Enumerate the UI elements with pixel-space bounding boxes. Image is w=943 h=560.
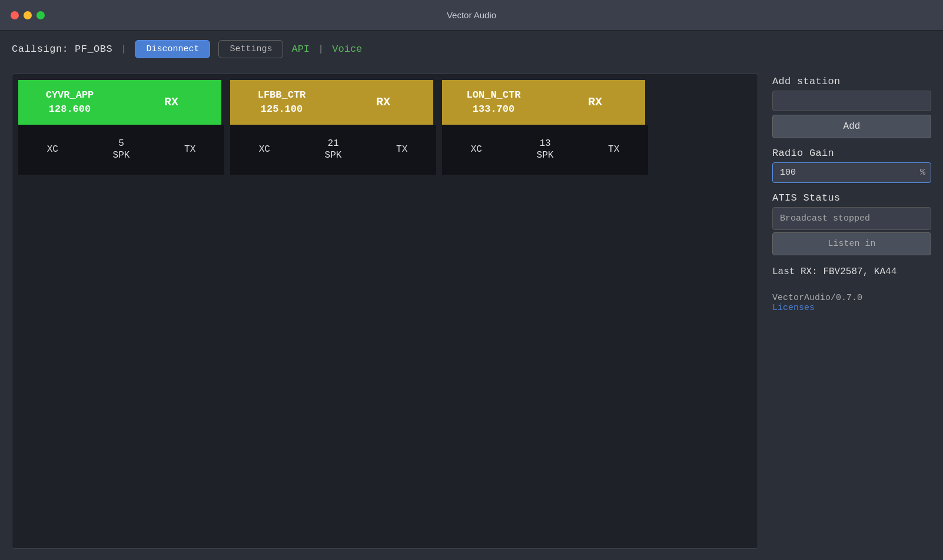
station-rx-lfbb[interactable]: RX bbox=[333, 80, 433, 125]
atis-status-label: ATIS Status bbox=[772, 192, 931, 204]
listen-in-button[interactable]: Listen in bbox=[772, 232, 931, 255]
station-bottom-lfbb: XC 21 SPK TX bbox=[230, 125, 436, 175]
add-station-section: Add station Add bbox=[772, 76, 931, 138]
station-freq-cyvr: 128.600 bbox=[49, 102, 91, 116]
station-spk-lon[interactable]: 13 SPK bbox=[511, 131, 580, 169]
add-station-label: Add station bbox=[772, 76, 931, 87]
maximize-button[interactable] bbox=[36, 11, 45, 19]
add-button[interactable]: Add bbox=[772, 115, 931, 138]
topbar: Callsign: PF_OBS | Disconnect Settings A… bbox=[0, 31, 943, 68]
station-name-lfbb[interactable]: LFBB_CTR 125.100 bbox=[230, 80, 333, 125]
station-freq-lon: 133.700 bbox=[473, 102, 514, 116]
station-name-text-lon: LON_N_CTR bbox=[467, 88, 521, 102]
radio-gain-wrapper: % bbox=[772, 162, 931, 183]
right-panel: Add station Add Radio Gain % ATIS Status… bbox=[772, 74, 931, 549]
atis-status-value: Broadcast stopped bbox=[772, 207, 931, 230]
atis-status-section: ATIS Status Broadcast stopped Listen in bbox=[772, 192, 931, 255]
disconnect-button[interactable]: Disconnect bbox=[135, 40, 210, 58]
station-rx-lon[interactable]: RX bbox=[545, 80, 645, 125]
radio-gain-label: Radio Gain bbox=[772, 148, 931, 159]
station-spk-cyvr[interactable]: 5 SPK bbox=[87, 131, 156, 169]
station-xc-lon[interactable]: XC bbox=[442, 131, 511, 169]
version-label: VectorAudio/0.7.0 bbox=[772, 293, 931, 303]
station-xc-lfbb[interactable]: XC bbox=[230, 131, 299, 169]
station-name-text-lfbb: LFBB_CTR bbox=[258, 88, 306, 102]
station-bottom-cyvr: XC 5 SPK TX bbox=[18, 125, 224, 175]
station-bottom-lon: XC 13 SPK TX bbox=[442, 125, 648, 175]
separator-2: | bbox=[318, 44, 324, 55]
station-group-cyvr: CYVR_APP 128.600 RX XC 5 SPK TX bbox=[18, 80, 224, 175]
add-station-input[interactable] bbox=[772, 91, 931, 111]
last-rx-text: Last RX: FBV2587, KA44 bbox=[772, 265, 931, 279]
voice-link[interactable]: Voice bbox=[332, 44, 362, 55]
station-name-text-cyvr: CYVR_APP bbox=[46, 88, 94, 102]
licenses-link[interactable]: Licenses bbox=[772, 303, 931, 313]
radio-gain-section: Radio Gain % bbox=[772, 148, 931, 183]
station-group-lfbb: LFBB_CTR 125.100 RX XC 21 SPK TX bbox=[230, 80, 436, 175]
window-controls bbox=[11, 11, 45, 19]
station-tx-lon[interactable]: TX bbox=[579, 131, 648, 169]
station-name-lon[interactable]: LON_N_CTR 133.700 bbox=[442, 80, 545, 125]
version-section: VectorAudio/0.7.0 Licenses bbox=[772, 288, 931, 313]
station-tx-lfbb[interactable]: TX bbox=[367, 131, 436, 169]
settings-button[interactable]: Settings bbox=[218, 40, 283, 58]
main-layout: CYVR_APP 128.600 RX XC 5 SPK TX bbox=[0, 68, 943, 555]
station-rx-cyvr[interactable]: RX bbox=[121, 80, 221, 125]
station-top-lon: LON_N_CTR 133.700 RX bbox=[442, 80, 648, 125]
last-rx-section: Last RX: FBV2587, KA44 bbox=[772, 265, 931, 279]
radio-gain-input[interactable] bbox=[772, 162, 931, 183]
close-button[interactable] bbox=[11, 11, 19, 19]
station-grid-container: CYVR_APP 128.600 RX XC 5 SPK TX bbox=[12, 74, 758, 549]
api-link[interactable]: API bbox=[291, 44, 310, 55]
stations-wrapper: CYVR_APP 128.600 RX XC 5 SPK TX bbox=[18, 80, 752, 175]
station-top-lfbb: LFBB_CTR 125.100 RX bbox=[230, 80, 436, 125]
station-freq-lfbb: 125.100 bbox=[261, 102, 303, 116]
station-spk-lfbb[interactable]: 21 SPK bbox=[299, 131, 368, 169]
station-name-cyvr[interactable]: CYVR_APP 128.600 bbox=[18, 80, 121, 125]
station-top-cyvr: CYVR_APP 128.600 RX bbox=[18, 80, 224, 125]
minimize-button[interactable] bbox=[24, 11, 32, 19]
callsign-label: Callsign: PF_OBS bbox=[12, 44, 112, 55]
station-group-lon: LON_N_CTR 133.700 RX XC 13 SPK TX bbox=[442, 80, 648, 175]
station-xc-cyvr[interactable]: XC bbox=[18, 131, 87, 169]
station-tx-cyvr[interactable]: TX bbox=[155, 131, 224, 169]
window-title: Vector Audio bbox=[447, 10, 496, 20]
titlebar: Vector Audio bbox=[0, 0, 943, 31]
separator-1: | bbox=[121, 44, 127, 55]
